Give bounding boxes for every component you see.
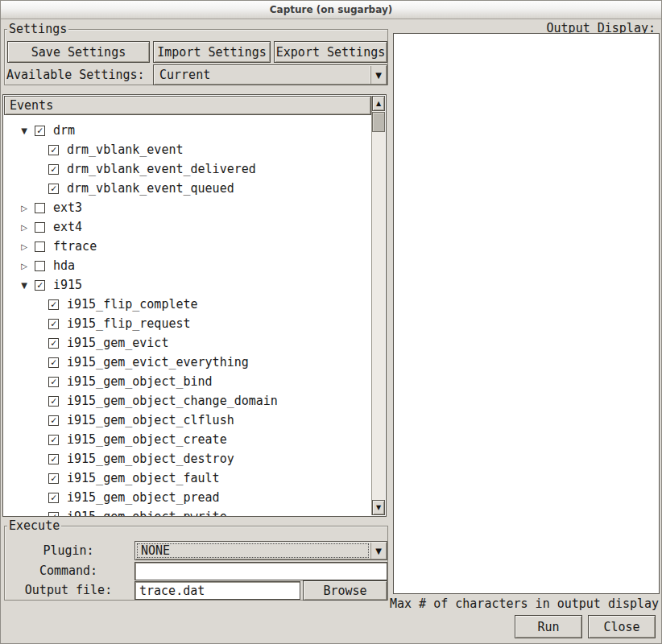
plugin-label: Plugin: <box>7 543 130 558</box>
run-button[interactable]: Run <box>515 615 582 638</box>
tree-row-i915_gem_object_destroy[interactable]: ✓i915_gem_object_destroy <box>4 449 371 469</box>
available-settings-combo[interactable]: Current ▼ <box>153 64 387 85</box>
event-checkbox[interactable]: ✓ <box>48 377 59 387</box>
tree-row-ext3[interactable]: ▷ext3 <box>4 198 371 217</box>
event-checkbox[interactable] <box>35 261 45 271</box>
tree-row-ftrace[interactable]: ▷ftrace <box>4 237 371 256</box>
tree-row-i915_gem_object_clflush[interactable]: ✓i915_gem_object_clflush <box>4 411 371 430</box>
tree-row-drm_vblank_event[interactable]: ✓drm_vblank_event <box>4 140 371 159</box>
event-label: drm_vblank_event_queued <box>67 181 234 196</box>
expand-arrow-icon[interactable]: ▷ <box>19 262 30 270</box>
command-label: Command: <box>7 564 130 578</box>
settings-frame-legend: Settings <box>7 22 68 36</box>
tree-row-i915_gem_object_bind[interactable]: ✓i915_gem_object_bind <box>4 372 371 391</box>
event-label: i915_flip_complete <box>67 297 198 312</box>
tree-row-i915_gem_object_pread[interactable]: ✓i915_gem_object_pread <box>4 488 371 507</box>
event-checkbox[interactable]: ✓ <box>48 473 59 484</box>
tree-row-i915[interactable]: ▼✓i915 <box>4 275 371 295</box>
event-checkbox[interactable] <box>35 242 45 252</box>
collapse-arrow-icon[interactable]: ▼ <box>19 281 30 290</box>
plugin-combo[interactable]: NONE ▼ <box>134 541 387 560</box>
tree-row-i915_gem_evict_everything[interactable]: ✓i915_gem_evict_everything <box>4 353 371 372</box>
browse-button[interactable]: Browse <box>303 580 387 601</box>
scroll-down-icon: ▼ <box>376 504 381 511</box>
event-label: ext4 <box>53 220 82 234</box>
window-title: Capture (on sugarbay) <box>270 4 392 15</box>
event-label: i915_gem_object_destroy <box>67 452 234 466</box>
event-checkbox[interactable]: ✓ <box>48 415 59 426</box>
event-checkbox[interactable]: ✓ <box>48 338 59 349</box>
event-checkbox[interactable]: ✓ <box>48 435 59 445</box>
events-header-label: Events <box>10 98 53 113</box>
event-label: i915_gem_object_change_domain <box>67 394 278 408</box>
events-tree: ▼✓drm✓drm_vblank_event✓drm_vblank_event_… <box>4 115 371 516</box>
expand-arrow-icon[interactable]: ▷ <box>19 204 30 213</box>
event-checkbox[interactable] <box>35 222 45 233</box>
expand-arrow-icon[interactable]: ▷ <box>19 242 30 251</box>
capture-window: Capture (on sugarbay) Settings Save Sett… <box>0 0 662 644</box>
event-checkbox[interactable] <box>35 203 45 213</box>
event-checkbox[interactable]: ✓ <box>48 184 59 194</box>
event-checkbox[interactable]: ✓ <box>48 454 59 464</box>
output-file-input-value: trace.dat <box>139 584 205 598</box>
export-settings-button[interactable]: Export Settings <box>274 41 387 63</box>
collapse-arrow-icon[interactable]: ▼ <box>19 126 30 135</box>
execute-frame-legend: Execute <box>7 518 61 533</box>
scroll-down-button[interactable]: ▼ <box>372 500 385 515</box>
event-checkbox[interactable]: ✓ <box>48 164 59 175</box>
tree-row-i915_flip_request[interactable]: ✓i915_flip_request <box>4 314 371 333</box>
event-label: ftrace <box>53 239 97 254</box>
scrollbar-thumb[interactable] <box>372 112 385 132</box>
tree-row-i915_gem_object_pwrite[interactable]: ✓i915_gem_object_pwrite <box>4 507 371 516</box>
titlebar[interactable]: Capture (on sugarbay) <box>1 1 661 19</box>
tree-row-i915_gem_object_change_domain[interactable]: ✓i915_gem_object_change_domain <box>4 391 371 411</box>
event-checkbox[interactable]: ✓ <box>48 396 59 407</box>
scroll-up-button[interactable]: ▲ <box>372 96 385 111</box>
tree-row-hda[interactable]: ▷hda <box>4 256 371 275</box>
output-display-area[interactable] <box>393 33 660 594</box>
events-scrollbar[interactable]: ▲ ▼ <box>371 96 385 515</box>
chevron-down-icon: ▼ <box>375 547 382 555</box>
event-label: drm <box>53 123 75 138</box>
tree-row-i915_gem_object_fault[interactable]: ✓i915_gem_object_fault <box>4 469 371 488</box>
event-label: hda <box>53 258 75 273</box>
tree-row-drm_vblank_event_queued[interactable]: ✓drm_vblank_event_queued <box>4 179 371 198</box>
event-checkbox[interactable]: ✓ <box>48 299 59 310</box>
expand-arrow-icon[interactable]: ▷ <box>19 223 30 232</box>
focus-outline <box>137 543 369 558</box>
events-column-header[interactable]: Events <box>4 96 371 115</box>
event-checkbox[interactable]: ✓ <box>48 145 59 155</box>
event-checkbox[interactable]: ✓ <box>48 319 59 329</box>
plugin-combo-arrow-button[interactable]: ▼ <box>370 543 386 559</box>
event-label: drm_vblank_event_delivered <box>67 162 256 176</box>
tree-row-i915_gem_object_create[interactable]: ✓i915_gem_object_create <box>4 430 371 449</box>
event-checkbox[interactable]: ✓ <box>35 280 45 291</box>
event-label: i915_flip_request <box>67 316 191 331</box>
scroll-up-icon: ▲ <box>376 100 381 107</box>
close-button[interactable]: Close <box>588 615 656 638</box>
tree-row-i915_gem_evict[interactable]: ✓i915_gem_evict <box>4 333 371 353</box>
event-label: i915_gem_object_bind <box>67 374 213 389</box>
event-checkbox[interactable]: ✓ <box>48 512 59 517</box>
event-label: i915_gem_object_clflush <box>67 413 234 427</box>
event-checkbox[interactable]: ✓ <box>48 357 59 368</box>
output-file-input[interactable]: trace.dat <box>134 581 300 600</box>
import-settings-button[interactable]: Import Settings <box>153 41 271 63</box>
event-label: i915_gem_object_pwrite <box>67 510 227 516</box>
event-label: i915_gem_evict_everything <box>67 355 249 369</box>
save-settings-button[interactable]: Save Settings <box>7 41 150 63</box>
event-label: drm_vblank_event <box>67 142 184 157</box>
available-settings-combo-value: Current <box>159 68 210 82</box>
tree-row-ext4[interactable]: ▷ext4 <box>4 217 371 237</box>
event-label: i915_gem_object_pread <box>67 490 220 505</box>
event-label: i915_gem_evict <box>67 336 168 350</box>
tree-row-drm_vblank_event_delivered[interactable]: ✓drm_vblank_event_delivered <box>4 159 371 179</box>
event-checkbox[interactable]: ✓ <box>48 493 59 503</box>
tree-row-drm[interactable]: ▼✓drm <box>4 121 371 140</box>
event-label: i915 <box>53 278 82 292</box>
event-label: i915_gem_object_create <box>67 432 227 447</box>
event-checkbox[interactable]: ✓ <box>35 126 45 136</box>
command-input[interactable] <box>134 562 387 580</box>
combo-arrow-button[interactable]: ▼ <box>370 66 386 84</box>
tree-row-i915_flip_complete[interactable]: ✓i915_flip_complete <box>4 295 371 314</box>
